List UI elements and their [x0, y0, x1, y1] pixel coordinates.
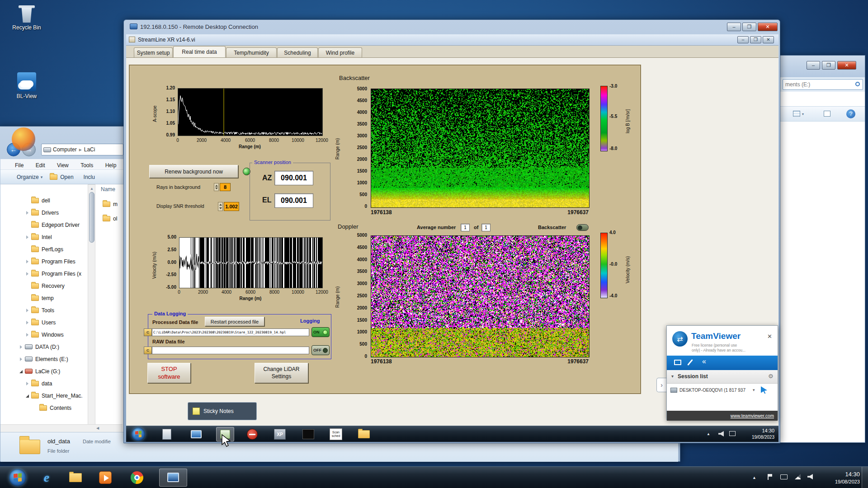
help-icon[interactable]: ? [846, 109, 855, 118]
scrollbar-thumb[interactable] [89, 192, 94, 243]
tab-system-setup[interactable]: System setup [134, 47, 173, 57]
expander-icon[interactable] [25, 393, 30, 399]
session-row[interactable]: DESKTOP-OE0QDVI (1 817 937 ▾ [667, 384, 778, 399]
view-list-icon[interactable] [793, 111, 800, 117]
chrome-icon[interactable] [130, 471, 144, 484]
maximize-button[interactable]: ❐ [742, 23, 756, 31]
expander-icon[interactable] [25, 235, 30, 240]
menu-tools[interactable]: Tools [80, 162, 93, 169]
processed-path-input[interactable]: C:\LiDAR\Data\Proc\2023\202308\20230819\… [152, 328, 309, 336]
el-value[interactable]: 090.001 [274, 193, 313, 208]
tray-chevron-icon[interactable]: ▲ [707, 432, 710, 436]
rays-value[interactable]: 8 [220, 183, 231, 191]
change-lidar-settings-button[interactable]: Change LiDAR Settings [255, 363, 308, 383]
close-icon[interactable]: ✕ [767, 333, 772, 340]
taskbar-icon-console-app[interactable] [302, 427, 315, 441]
sidebar-item-dell[interactable]: dell [2, 194, 91, 206]
sidebar-item-perflogs[interactable]: PerfLogs [2, 243, 91, 255]
teamviewer-expand-tab[interactable]: › [656, 378, 666, 392]
renew-background-button[interactable]: Renew background now [149, 165, 238, 178]
stop-software-button[interactable]: STOP software [147, 363, 191, 383]
sidebar-item-data-d[interactable]: DATA (D:) [2, 341, 91, 353]
sidebar-item-program-files-x86[interactable]: Program Files (x [2, 267, 91, 280]
rays-stepper[interactable] [214, 183, 219, 191]
taskbar-icon-document-app[interactable] [160, 427, 174, 441]
minimize-button[interactable]: – [727, 23, 741, 31]
snr-stepper[interactable] [218, 202, 223, 211]
show-desktop-button[interactable] [862, 467, 868, 488]
gear-icon[interactable]: ⚙ [768, 373, 774, 380]
sidebar-item-recovery[interactable]: Recovery [2, 280, 91, 292]
preview-pane-icon[interactable] [824, 111, 830, 117]
processed-logging-toggle[interactable]: ON [311, 327, 330, 337]
close-button[interactable]: ✕ [837, 61, 856, 70]
average-of-value[interactable]: 1 [481, 224, 491, 231]
taskbar-icon-xp-app[interactable]: XP [273, 427, 287, 441]
media-player-icon[interactable] [99, 471, 112, 484]
sidebar-item-edgeport[interactable]: Edgeport Driver [2, 219, 91, 231]
sidebar-item-users[interactable]: Users [2, 316, 91, 328]
internet-explorer-icon[interactable]: e [40, 471, 53, 484]
tree-scrollbar[interactable]: ▲ ▼ [88, 184, 95, 432]
tab-scheduling[interactable]: Scheduling [277, 47, 318, 57]
taskbar-active-rdp-button[interactable] [159, 469, 187, 487]
restore-button[interactable]: ❐ [750, 36, 761, 43]
expander-icon[interactable] [25, 271, 30, 277]
flag-icon[interactable] [768, 474, 772, 480]
sidebar-item-data[interactable]: data [2, 377, 91, 389]
horizontal-scrollbar[interactable]: ◀ [0, 424, 123, 432]
column-header-name[interactable]: Name [101, 186, 115, 192]
file-explorer-icon[interactable] [69, 471, 82, 484]
tab-real-time-data[interactable]: Real time data [173, 46, 226, 57]
expander-icon[interactable] [25, 210, 30, 216]
teamviewer-link[interactable]: www.teamviewer.com [731, 413, 774, 418]
sidebar-item-intel[interactable]: Intel [2, 231, 91, 243]
scroll-left-icon[interactable]: ◀ [96, 426, 99, 430]
breadcrumb[interactable]: Computer ▸ LaCi [41, 144, 123, 155]
snr-threshold-value[interactable]: 1.002 [224, 202, 239, 211]
chevron-down-icon[interactable]: ▾ [802, 112, 804, 116]
raw-path-input[interactable] [152, 347, 309, 354]
file-row[interactable]: m [102, 198, 118, 210]
maximize-button[interactable]: ❐ [822, 61, 835, 70]
connect-cursor-icon[interactable] [761, 386, 767, 394]
processed-path-browse-icon[interactable]: C [144, 328, 152, 336]
backscatter-toggle[interactable] [576, 224, 589, 231]
sidebar-item-elements-e[interactable]: Elements (E:) [2, 353, 91, 365]
chevron-down-icon[interactable]: ▾ [753, 388, 755, 392]
sidebar-item-windows[interactable]: Windows [2, 328, 91, 341]
collapse-icon[interactable]: « [702, 357, 706, 366]
display-icon[interactable] [729, 431, 736, 436]
remote-clock[interactable]: 14:30 19/08/2023 [740, 427, 774, 440]
menu-help[interactable]: Help [105, 162, 117, 169]
minimize-button[interactable]: – [807, 61, 820, 70]
taskbar-icon-power-app[interactable] [245, 427, 259, 441]
battery-icon[interactable] [780, 474, 788, 479]
taskbar-icon-monitor-app[interactable] [189, 427, 203, 441]
expander-icon[interactable] [25, 332, 30, 338]
menu-edit[interactable]: Edit [36, 162, 45, 169]
tab-wind-profile[interactable]: Wind profile [318, 47, 362, 57]
chevron-down-icon[interactable]: ▾ [671, 374, 674, 379]
sidebar-item-drivers[interactable]: Drivers [2, 206, 91, 219]
sidebar-item-temp[interactable]: temp [2, 292, 91, 304]
expander-icon[interactable] [25, 308, 30, 313]
search-icon[interactable] [855, 82, 860, 86]
search-input[interactable]: ments (E:) [783, 79, 863, 90]
include-button[interactable]: Inclu [84, 174, 95, 180]
computers-icon[interactable] [674, 360, 681, 365]
clock[interactable]: 14:30 19/08/2023 [823, 470, 860, 485]
taskbar-icon-scan-sched-app[interactable]: Scansched [329, 427, 343, 441]
sidebar-item-contents[interactable]: Contents [2, 402, 91, 414]
az-value[interactable]: 090.001 [274, 171, 313, 185]
sidebar-item-program-files[interactable]: Program Files [2, 255, 91, 267]
taskbar-icon-folder-app[interactable] [357, 427, 371, 441]
network-icon[interactable] [795, 474, 801, 479]
start-button[interactable] [9, 469, 26, 486]
sidebar-item-tools[interactable]: Tools [2, 304, 91, 316]
remote-start-button[interactable] [132, 427, 145, 441]
streamline-title-bar[interactable]: StreamLine XR v14-6.vi – ❐ ✕ [126, 34, 778, 46]
raw-path-browse-icon[interactable]: C [144, 347, 152, 354]
velocity-chart[interactable] [179, 237, 323, 288]
organize-button[interactable]: Organize [17, 174, 39, 180]
